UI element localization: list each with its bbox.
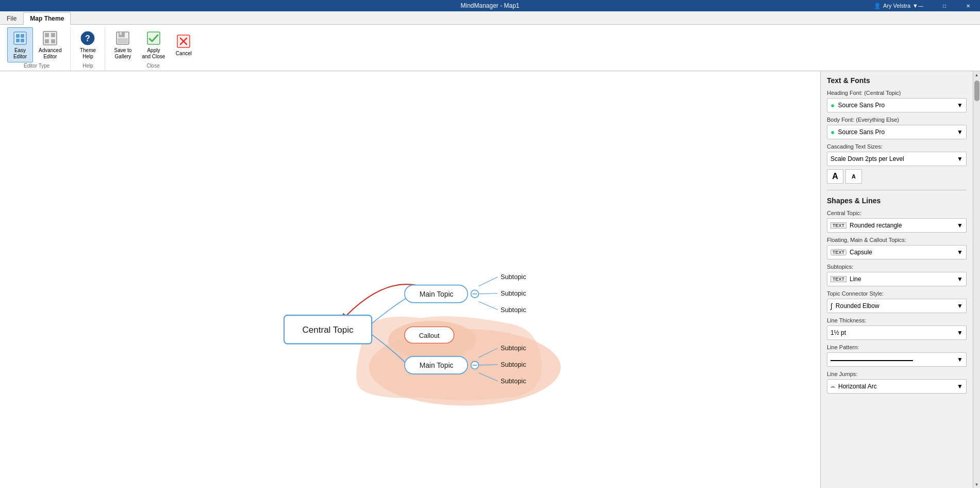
line-pattern-value	[830, 356, 957, 363]
subtopic-2-3: Subtopic	[501, 377, 526, 385]
line-thickness-label: Line Thickness:	[827, 317, 967, 323]
scroll-up-button[interactable]: ▲	[973, 71, 981, 78]
central-topic-label: Central Topic:	[827, 210, 967, 216]
checkmark-icon	[145, 30, 162, 46]
app-title: MindManager - Map1	[460, 2, 519, 9]
heading-font-select[interactable]: ● Source Sans Pro ▼	[827, 98, 967, 112]
shapes-lines-title: Shapes & Lines	[827, 197, 967, 205]
heading-font-label: Heading Font: (Central Topic)	[827, 90, 967, 96]
line-jumps-inner: ⌢ Horizontal Arc	[830, 382, 877, 391]
help-icon: ?	[79, 30, 96, 46]
line-jumps-value: Horizontal Arc	[838, 383, 877, 390]
ribbon-group-help: ? ThemeHelp Help	[71, 27, 105, 71]
floating-chevron: ▼	[957, 249, 963, 256]
cascading-sizes-select[interactable]: Scale Down 2pts per Level ▼	[827, 152, 967, 166]
scroll-down-button[interactable]: ▼	[973, 481, 981, 488]
font-size-buttons: A A	[827, 169, 967, 184]
easy-editor-button[interactable]: EasyEditor	[7, 27, 33, 62]
x-icon	[175, 33, 192, 50]
heading-font-logo-icon: ●	[830, 101, 835, 109]
body-font-value: Source Sans Pro	[838, 128, 885, 136]
canvas-area: Central Topic Main Topic Subtopic Subtop…	[0, 71, 820, 488]
editor-type-buttons: EasyEditor AdvancedEditor	[7, 27, 66, 63]
minimize-button[interactable]: —	[909, 0, 933, 11]
connector-label: Topic Connector Style:	[827, 290, 967, 297]
line-thickness-chevron: ▼	[957, 329, 963, 336]
connector-select[interactable]: ∫ Rounded Elbow ▼	[827, 299, 967, 313]
panel-scrollbar[interactable]: ▲ ▼	[973, 71, 980, 488]
floppy-icon	[114, 30, 131, 46]
connector-inner: ∫ Rounded Elbow	[830, 302, 879, 310]
tab-file[interactable]: File	[0, 12, 23, 24]
maximize-button[interactable]: □	[933, 0, 956, 11]
scrollbar-thumb[interactable]	[974, 80, 979, 101]
svg-rect-9	[51, 39, 55, 43]
svg-rect-8	[45, 39, 49, 43]
central-topic-text: Central Topic	[303, 325, 354, 335]
svg-rect-6	[45, 33, 49, 37]
main-topic-2-text: Main Topic	[420, 361, 454, 369]
theme-help-button[interactable]: ? ThemeHelp	[75, 27, 101, 62]
editor-type-group-label: Editor Type	[7, 63, 66, 71]
username: Ary Velstra	[883, 3, 910, 9]
connector-icon: ∫	[830, 302, 833, 310]
connector-value: Rounded Elbow	[836, 302, 879, 310]
apply-close-label: Applyand Close	[142, 47, 165, 60]
close-buttons: Save toGallery Applyand Close	[109, 27, 196, 63]
svg-rect-3	[16, 39, 20, 42]
central-topic-inner: TEXT Rounded rectangle	[830, 222, 902, 229]
floating-label: Floating, Main & Callout Topics:	[827, 237, 967, 243]
help-buttons: ? ThemeHelp	[75, 27, 101, 63]
svg-rect-0	[14, 32, 26, 44]
body-font-select[interactable]: ● Source Sans Pro ▼	[827, 125, 967, 139]
cascading-sizes-value: Scale Down 2pts per Level	[830, 155, 904, 162]
floating-select[interactable]: TEXT Capsule ▼	[827, 245, 967, 259]
apply-and-close-button[interactable]: Applyand Close	[137, 27, 170, 62]
title-bar: MindManager - Map1 👤 Ary Velstra ▼ — □ ✕	[0, 0, 980, 11]
subtopic-2-2: Subtopic	[501, 361, 526, 368]
subtopics-label: Subtopics:	[827, 264, 967, 270]
easy-editor-icon	[12, 30, 28, 46]
tab-map-theme[interactable]: Map Theme	[23, 12, 71, 25]
cancel-label: Cancel	[176, 51, 192, 57]
subtopic-2-1: Subtopic	[501, 344, 526, 352]
subtopics-select[interactable]: TEXT Line ▼	[827, 272, 967, 286]
line-thickness-select[interactable]: 1½ pt ▼	[827, 326, 967, 340]
line-pattern-label: Line Pattern:	[827, 344, 967, 350]
subtopics-chevron: ▼	[957, 275, 963, 283]
line-jumps-chevron: ▼	[957, 383, 963, 390]
subtopics-inner: TEXT Line	[830, 275, 861, 283]
advanced-editor-button[interactable]: AdvancedEditor	[34, 27, 66, 62]
svg-line-27	[478, 277, 497, 286]
line-jumps-select[interactable]: ⌢ Horizontal Arc ▼	[827, 379, 967, 394]
floating-inner: TEXT Capsule	[830, 249, 872, 256]
user-icon: 👤	[874, 3, 881, 9]
increase-font-button[interactable]: A	[827, 169, 843, 184]
body-font-chevron: ▼	[957, 128, 963, 136]
svg-text:?: ?	[86, 34, 91, 43]
line-pattern-select[interactable]: ▼	[827, 352, 967, 367]
close-button[interactable]: ✕	[956, 0, 980, 11]
body-font-logo-icon: ●	[830, 128, 835, 136]
divider-1	[827, 190, 967, 190]
cascading-sizes-chevron: ▼	[957, 155, 963, 162]
svg-rect-1	[16, 34, 20, 38]
subtopic-1-2: Subtopic	[501, 289, 526, 297]
window-controls: — □ ✕	[909, 0, 980, 11]
right-panel-container: Text & Fonts Heading Font: (Central Topi…	[820, 71, 980, 488]
ribbon-tabs: File Map Theme	[0, 11, 980, 25]
central-topic-select[interactable]: TEXT Rounded rectangle ▼	[827, 218, 967, 233]
svg-line-29	[478, 302, 497, 310]
connector-chevron: ▼	[957, 302, 963, 310]
decrease-font-button[interactable]: A	[845, 169, 862, 184]
subtopic-1-3: Subtopic	[501, 306, 526, 314]
main-layout: Central Topic Main Topic Subtopic Subtop…	[0, 71, 980, 488]
svg-line-28	[478, 294, 497, 294]
line-pattern-chevron: ▼	[957, 356, 963, 363]
cancel-button[interactable]: Cancel	[171, 30, 196, 59]
svg-rect-7	[51, 33, 55, 37]
save-to-gallery-button[interactable]: Save toGallery	[109, 27, 136, 62]
subtopic-1-1: Subtopic	[501, 273, 526, 281]
subtopics-shape-icon: TEXT	[830, 276, 846, 282]
floating-value: Capsule	[850, 249, 872, 256]
